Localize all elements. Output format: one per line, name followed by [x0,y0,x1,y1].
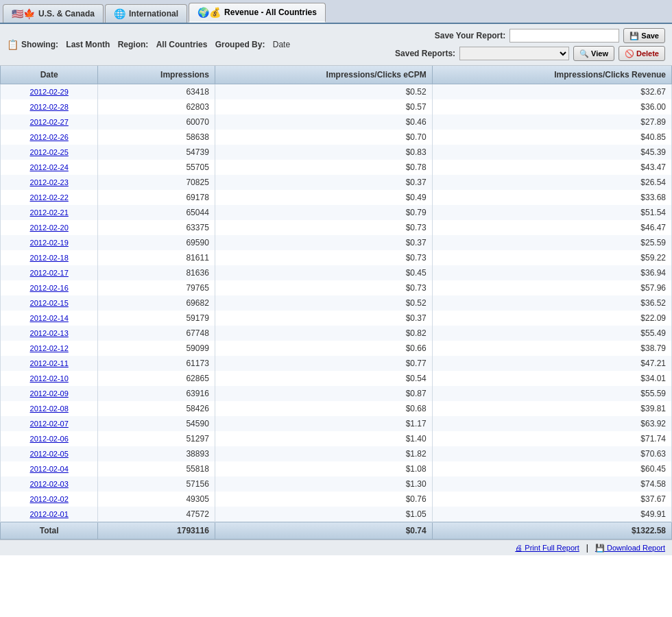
date-link[interactable]: 2012-02-02 [30,495,69,503]
cell-impressions: 81636 [98,265,215,280]
cell-revenue: $70.63 [432,446,671,461]
date-link[interactable]: 2012-02-01 [30,510,69,518]
date-link[interactable]: 2012-02-04 [30,465,69,473]
date-link[interactable]: 2012-02-17 [30,269,69,277]
cell-ecpm: $0.49 [215,190,432,205]
revenue-all-icon: 🌍💰 [197,7,221,18]
date-link[interactable]: 2012-02-08 [30,404,69,413]
cell-ecpm: $0.79 [215,205,432,220]
cell-revenue: $55.59 [432,386,671,401]
date-link[interactable]: 2012-02-16 [30,284,69,292]
cell-ecpm: $0.76 [215,492,432,507]
date-link[interactable]: 2012-02-14 [30,314,69,322]
cell-ecpm: $1.08 [215,461,432,476]
save-icon: 💾 [629,32,639,40]
print-icon: 🖨 [515,544,523,552]
cell-ecpm: $0.73 [215,220,432,235]
cell-date: 2012-02-24 [1,160,98,175]
cell-date: 2012-02-21 [1,205,98,220]
date-link[interactable]: 2012-02-07 [30,420,69,428]
cell-ecpm: $0.78 [215,160,432,175]
cell-impressions: 38893 [98,446,215,461]
tab-us-canada[interactable]: 🇺🇸🍁 U.S. & Canada [3,4,104,23]
cell-revenue: $60.45 [432,461,671,476]
date-link[interactable]: 2012-02-06 [30,435,69,443]
tab-international[interactable]: 🌐 International [105,4,187,23]
cell-ecpm: $1.17 [215,416,432,431]
date-link[interactable]: 2012-02-26 [30,133,69,141]
table-row: 2012-02-15 69682 $0.52 $36.52 [1,295,672,311]
cell-date: 2012-02-10 [1,371,98,386]
cell-revenue: $74.58 [432,476,671,492]
tab-international-label: International [129,9,178,19]
cell-ecpm: $0.73 [215,280,432,295]
table-row: 2012-02-27 60070 $0.46 $27.89 [1,114,672,130]
date-link[interactable]: 2012-02-23 [30,178,69,186]
cell-impressions: 63916 [98,386,215,401]
date-link[interactable]: 2012-02-09 [30,389,69,398]
saved-reports-select[interactable] [459,47,569,60]
table-row: 2012-02-01 47572 $1.05 $49.91 [1,507,672,522]
cell-date: 2012-02-29 [1,84,98,100]
table-row: 2012-02-28 62803 $0.57 $36.00 [1,99,672,114]
table-row: 2012-02-24 55705 $0.78 $43.47 [1,160,672,175]
print-report-link[interactable]: 🖨 Print Full Report [515,544,579,552]
cell-ecpm: $1.05 [215,507,432,522]
date-link[interactable]: 2012-02-27 [30,118,69,126]
date-link[interactable]: 2012-02-21 [30,208,69,217]
total-ecpm: $0.74 [215,522,432,540]
date-link[interactable]: 2012-02-29 [30,88,69,96]
cell-date: 2012-02-02 [1,492,98,507]
total-impressions: 1793116 [98,522,215,540]
table-row: 2012-02-03 57156 $1.30 $74.58 [1,476,672,492]
table-row: 2012-02-05 38893 $1.82 $70.63 [1,446,672,461]
table-row: 2012-02-16 79765 $0.73 $57.96 [1,280,672,295]
save-report-input[interactable] [509,29,619,43]
date-link[interactable]: 2012-02-18 [30,254,69,262]
cell-revenue: $55.49 [432,326,671,341]
cell-revenue: $63.92 [432,416,671,431]
table-row: 2012-02-04 55818 $1.08 $60.45 [1,461,672,476]
download-icon: 💾 [595,544,605,552]
region-value: All Countries [156,40,208,49]
cell-impressions: 63418 [98,84,215,100]
date-link[interactable]: 2012-02-28 [30,103,69,111]
table-row: 2012-02-22 69178 $0.49 $33.68 [1,190,672,205]
grouped-label: Grouped By: [215,40,265,49]
date-link[interactable]: 2012-02-24 [30,163,69,171]
table-row: 2012-02-06 51297 $1.40 $71.74 [1,431,672,446]
delete-icon: 🚫 [625,49,634,58]
date-link[interactable]: 2012-02-12 [30,344,69,352]
cell-date: 2012-02-17 [1,265,98,280]
table-row: 2012-02-29 63418 $0.52 $32.67 [1,84,672,100]
date-link[interactable]: 2012-02-13 [30,329,69,337]
tab-revenue-all[interactable]: 🌍💰 Revenue - All Countries [189,3,326,23]
cell-date: 2012-02-03 [1,476,98,492]
cell-date: 2012-02-19 [1,235,98,250]
save-button[interactable]: 💾 Save [623,28,665,43]
cell-revenue: $34.01 [432,371,671,386]
cell-revenue: $59.22 [432,250,671,265]
date-link[interactable]: 2012-02-25 [30,148,69,156]
date-link[interactable]: 2012-02-15 [30,299,69,307]
report-table: Date Impressions Impressions/Clicks eCPM… [0,66,672,540]
date-link[interactable]: 2012-02-20 [30,223,69,232]
delete-button[interactable]: 🚫 Delete [619,46,665,61]
date-link[interactable]: 2012-02-05 [30,450,69,458]
date-link[interactable]: 2012-02-10 [30,374,69,383]
cell-ecpm: $0.82 [215,326,432,341]
cell-revenue: $32.67 [432,84,671,100]
table-footer-row: Total 1793116 $0.74 $1322.58 [1,522,672,540]
cell-revenue: $39.81 [432,401,671,416]
cell-impressions: 47572 [98,507,215,522]
cell-impressions: 81611 [98,250,215,265]
showing-period: Last Month [66,40,110,49]
date-link[interactable]: 2012-02-03 [30,480,69,488]
download-report-link[interactable]: 💾 Download Report [595,544,665,553]
total-label: Total [1,522,98,540]
total-revenue: $1322.58 [432,522,671,540]
date-link[interactable]: 2012-02-19 [30,239,69,247]
date-link[interactable]: 2012-02-22 [30,193,69,202]
view-button[interactable]: 🔍 View [573,46,614,61]
date-link[interactable]: 2012-02-11 [30,359,69,367]
